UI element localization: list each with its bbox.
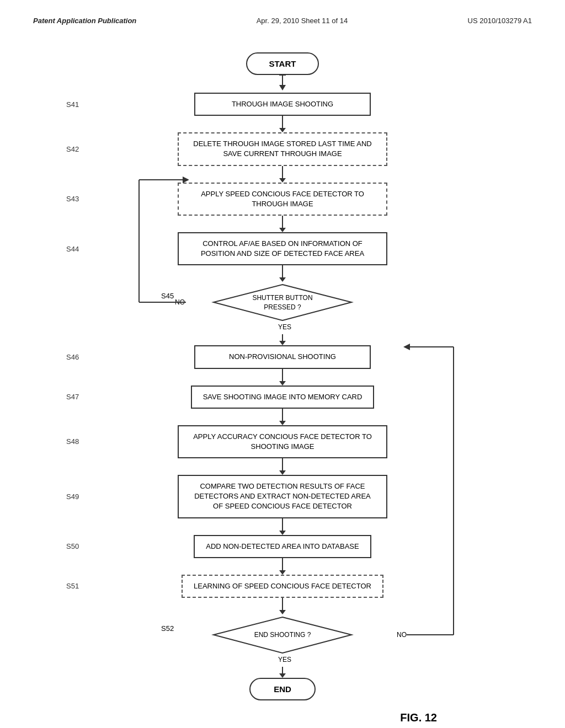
arrow-s50-s51 [279,558,286,575]
step-s42-row: S42 DELETE THROUGH IMAGE STORED LAST TIM… [33,132,532,165]
step-s43-label: S43 [66,195,79,203]
arrow-s44-s45 [279,265,286,282]
step-s43-box: APPLY SPEED CONCIOUS FACE DETECTOR TO TH… [178,183,387,216]
step-s46-box: NON-PROVISIONAL SHOOTING [194,345,371,368]
step-s41-box: THROUGH IMAGE SHOOTING [194,93,371,116]
step-s45-container: S45 SHUTTER BUTTON PRESSED ? NO [128,282,437,323]
page: Patent Application Publication Apr. 29, … [0,0,565,728]
step-s46-label: S46 [66,353,79,361]
flowchart: START S41 THROUGH IMAGE SHOOTING S42 DEL… [33,47,532,724]
no-loop-arrow-s52 [398,339,465,659]
arrow-s47-s48 [279,409,286,425]
step-s50-box: ADD NON-DETECTED AREA INTO DATABASE [194,535,371,558]
step-s51-box: LEARNING OF SPEED CONCIOUS FACE DETECTOR [182,575,383,598]
step-s50-label: S50 [66,542,79,550]
step-s52-container: S52 END SHOOTING ? NO [128,614,437,656]
header-publication: Patent Application Publication [33,17,136,25]
step-s43-row: S43 APPLY SPEED CONCIOUS FACE DETECTOR T… [33,183,532,216]
arrow-s51-s52 [279,598,286,614]
svg-marker-9 [183,176,189,183]
yes-label-s45: YES [278,323,291,334]
svg-marker-1 [279,85,286,90]
step-s42-label: S42 [66,145,79,153]
end-shape: END [249,678,316,700]
step-s42-box: DELETE THROUGH IMAGE STORED LAST TIME AN… [178,132,387,165]
step-s52-label: S52 [161,624,174,633]
step-s48-box: APPLY ACCURACY CONCIOUS FACE DETECTOR TO… [178,425,387,458]
step-s51-label: S51 [66,582,79,590]
header-date-sheet: Apr. 29, 2010 Sheet 11 of 14 [257,17,348,25]
svg-text:PRESSED ?: PRESSED ? [264,303,301,311]
step-s49-label: S49 [66,493,79,501]
svg-text:SHUTTER BUTTON: SHUTTER BUTTON [252,294,312,302]
step-s45-diamond: SHUTTER BUTTON PRESSED ? [211,282,354,323]
no-loop-arrow-s45 [128,172,189,326]
step-s41-label: S41 [66,100,79,109]
start-shape: START [246,52,319,75]
step-s44-row: S44 CONTROL AF/AE BASED ON INFORMATION O… [33,232,532,265]
step-s52-diamond: END SHOOTING ? [211,614,354,656]
yes-label-s52: YES [278,656,291,667]
step-s47-label: S47 [66,393,79,401]
arrow-s49-s50 [279,518,286,535]
step-s47-box: SAVE SHOOTING IMAGE INTO MEMORY CARD [191,386,375,409]
fig-label: FIG. 12 [400,711,437,724]
arrow-s41-s42 [279,116,286,132]
step-s44-label: S44 [66,245,79,253]
svg-text:END SHOOTING ?: END SHOOTING ? [254,631,311,639]
step-s41-row: S41 THROUGH IMAGE SHOOTING [33,93,532,116]
arrow-s48-s49 [279,458,286,475]
arrow-s42-s43 [279,166,286,183]
step-s49-box: COMPARE TWO DETECTION RESULTS OF FACE DE… [178,475,387,518]
step-s48-label: S48 [66,437,79,446]
step-s44-box: CONTROL AF/AE BASED ON INFORMATION OF PO… [178,232,387,265]
yes-label-s45-container: YES [128,323,437,334]
page-header: Patent Application Publication Apr. 29, … [33,17,532,25]
arrow-s46-s47 [279,369,286,386]
arrow-s45-s46 [279,334,286,345]
svg-marker-15 [403,344,410,350]
arrow-s43-s44 [279,216,286,232]
header-patent-number: US 2010/103279 A1 [468,17,532,25]
svg-marker-3 [214,285,351,320]
yes-label-s52-container: YES [128,656,437,667]
arrow-s52-end [279,667,286,678]
